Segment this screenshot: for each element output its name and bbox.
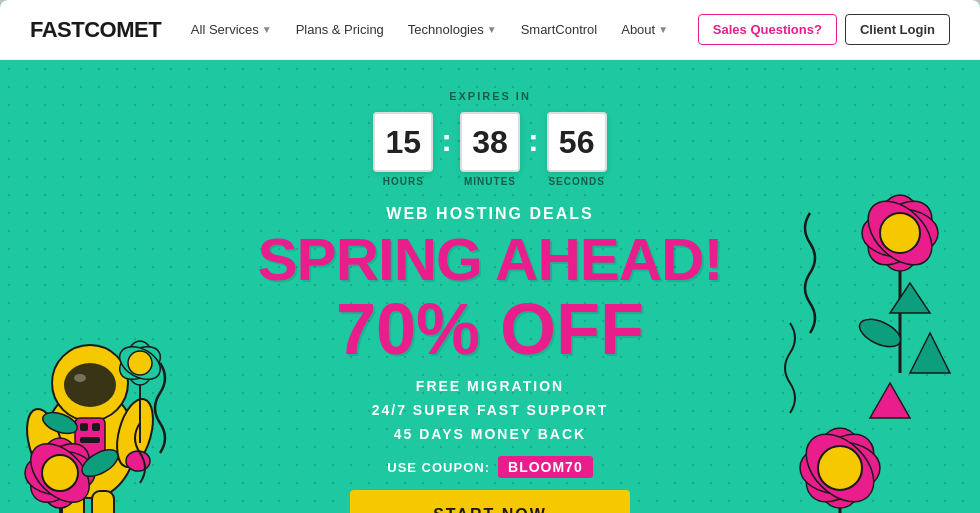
navbar: FASTCOMET All Services ▼ Plans & Pricing… xyxy=(0,0,980,60)
countdown-sep-2: : xyxy=(528,122,539,159)
countdown-minutes-label: MINUTES xyxy=(464,176,516,187)
client-login-button[interactable]: Client Login xyxy=(845,14,950,45)
svg-rect-15 xyxy=(80,437,100,443)
nav-plans-pricing[interactable]: Plans & Pricing xyxy=(286,16,394,43)
chevron-down-icon: ▼ xyxy=(262,24,272,35)
countdown-seconds-block: 56 SECONDS xyxy=(547,112,607,187)
nav-technologies[interactable]: Technologies ▼ xyxy=(398,16,507,43)
nav-links: All Services ▼ Plans & Pricing Technolog… xyxy=(181,16,678,43)
hero-discount: 70% OFF xyxy=(258,293,723,365)
nav-about[interactable]: About ▼ xyxy=(611,16,678,43)
hero-feature-3: 45 DAYS MONEY BACK xyxy=(258,423,723,447)
svg-rect-14 xyxy=(92,423,100,431)
nav-smartcontrol-label: SmartControl xyxy=(521,22,598,37)
countdown-hours-block: 15 HOURS xyxy=(373,112,433,187)
countdown-minutes-block: 38 MINUTES xyxy=(460,112,520,187)
svg-point-2 xyxy=(64,363,116,407)
hero-feature-1: FREE MIGRATION xyxy=(258,375,723,399)
svg-marker-43 xyxy=(870,383,910,418)
countdown-seconds: 56 xyxy=(547,112,607,172)
chevron-down-icon: ▼ xyxy=(487,24,497,35)
svg-point-39 xyxy=(818,446,862,490)
svg-marker-41 xyxy=(890,283,930,313)
nav-all-services-label: All Services xyxy=(191,22,259,37)
countdown-hours-label: HOURS xyxy=(383,176,424,187)
svg-point-3 xyxy=(74,374,86,382)
nav-smartcontrol[interactable]: SmartControl xyxy=(511,16,608,43)
svg-rect-9 xyxy=(92,491,114,513)
svg-point-44 xyxy=(855,314,904,353)
coupon-code: BLOOM70 xyxy=(498,456,593,478)
coupon-label: USE COUPON: xyxy=(387,460,490,475)
svg-rect-13 xyxy=(80,423,88,431)
countdown-sep-1: : xyxy=(441,122,452,159)
hero-section: EXPIRES IN 15 HOURS : 38 MINUTES : 56 SE… xyxy=(0,60,980,513)
chevron-down-icon: ▼ xyxy=(658,24,668,35)
deco-left xyxy=(0,133,220,513)
browser-frame: FASTCOMET All Services ▼ Plans & Pricing… xyxy=(0,0,980,513)
svg-point-26 xyxy=(128,351,152,375)
svg-point-21 xyxy=(42,455,78,491)
svg-point-33 xyxy=(880,213,920,253)
nav-technologies-label: Technologies xyxy=(408,22,484,37)
countdown: 15 HOURS : 38 MINUTES : 56 SECONDS xyxy=(373,112,606,187)
nav-all-services[interactable]: All Services ▼ xyxy=(181,16,282,43)
deco-right xyxy=(780,133,980,513)
nav-about-label: About xyxy=(621,22,655,37)
nav-actions: Sales Questions? Client Login xyxy=(698,14,950,45)
hero-feature-2: 24/7 SUPER FAST SUPPORT xyxy=(258,399,723,423)
logo: FASTCOMET xyxy=(30,17,161,43)
countdown-hours: 15 xyxy=(373,112,433,172)
start-now-button[interactable]: START NOW xyxy=(350,490,630,513)
hero-features: FREE MIGRATION 24/7 SUPER FAST SUPPORT 4… xyxy=(258,375,723,446)
sales-questions-button[interactable]: Sales Questions? xyxy=(698,14,837,45)
hero-title: SPRING AHEAD! xyxy=(258,227,723,293)
svg-point-7 xyxy=(126,451,150,471)
hero-subtitle: WEB HOSTING DEALS xyxy=(258,205,723,223)
hero-content: WEB HOSTING DEALS SPRING AHEAD! 70% OFF … xyxy=(258,205,723,513)
coupon-row: USE COUPON: BLOOM70 xyxy=(258,456,723,478)
svg-marker-42 xyxy=(910,333,950,373)
countdown-seconds-label: SECONDS xyxy=(548,176,604,187)
logo-text: FASTCOMET xyxy=(30,17,161,42)
expires-label: EXPIRES IN xyxy=(449,90,531,102)
nav-plans-pricing-label: Plans & Pricing xyxy=(296,22,384,37)
countdown-minutes: 38 xyxy=(460,112,520,172)
